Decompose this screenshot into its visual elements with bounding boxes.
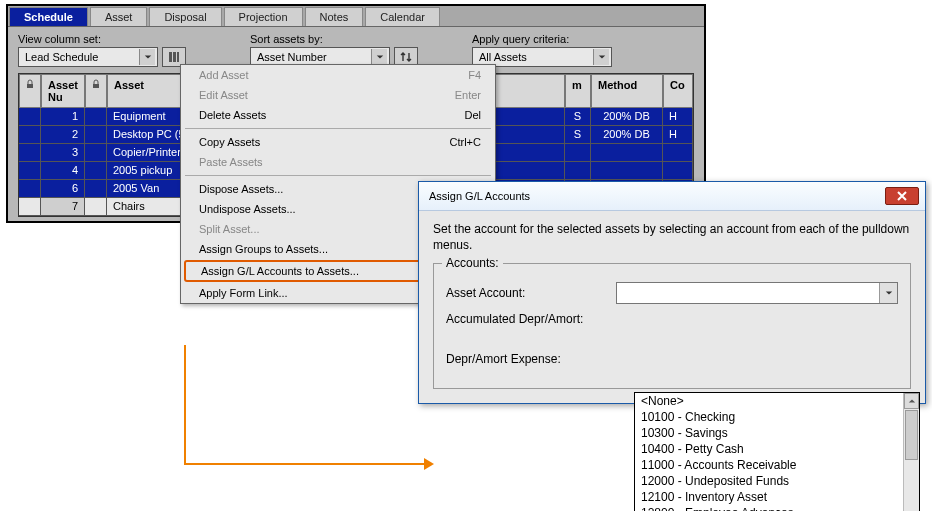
col-asset-number[interactable]: Asset Nu	[41, 74, 85, 108]
dialog-title: Assign G/L Accounts	[429, 190, 530, 202]
dropdown-option[interactable]: 12000 - Undeposited Funds	[635, 473, 919, 489]
asset-account-options: <None>10100 - Checking10300 - Savings104…	[634, 392, 920, 511]
tab-projection[interactable]: Projection	[224, 7, 303, 26]
dropdown-option[interactable]: <None>	[635, 393, 919, 409]
cell-s	[565, 144, 591, 162]
dropdown-option[interactable]: 10300 - Savings	[635, 425, 919, 441]
cell-asset-number: 3	[41, 144, 85, 162]
cell-method	[591, 144, 663, 162]
menu-item-label: Assign G/L Accounts to Assets...	[201, 265, 359, 277]
sort-value: Asset Number	[257, 51, 327, 63]
menu-item-label: Undispose Assets...	[199, 203, 296, 215]
accounts-legend: Accounts:	[442, 256, 503, 270]
chevron-down-icon	[879, 283, 897, 303]
view-column-value: Lead Schedule	[25, 51, 98, 63]
menu-item: Edit AssetEnter	[181, 85, 495, 105]
accounts-group: Accounts: Asset Account: Accumulated Dep…	[433, 263, 911, 389]
dropdown-option[interactable]: 10400 - Petty Cash	[635, 441, 919, 457]
chevron-down-icon	[139, 49, 155, 65]
svg-rect-2	[177, 52, 179, 62]
lock-header-icon	[85, 74, 107, 108]
dialog-description: Set the account for the selected assets …	[433, 221, 911, 253]
asset-account-dropdown[interactable]	[616, 282, 898, 304]
accum-depr-label: Accumulated Depr/Amort:	[446, 312, 616, 326]
svg-rect-0	[169, 52, 172, 62]
cell-asset-number: 1	[41, 108, 85, 126]
cell-s: S	[565, 126, 591, 144]
svg-rect-3	[27, 84, 33, 88]
assign-gl-dialog: Assign G/L Accounts Set the account for …	[418, 181, 926, 404]
tab-calendar[interactable]: Calendar	[365, 7, 440, 26]
cell-asset-number: 2	[41, 126, 85, 144]
dropdown-option[interactable]: 12800 - Employee Advances	[635, 505, 919, 511]
menu-item-label: Apply Form Link...	[199, 287, 288, 299]
view-column-label: View column set:	[18, 33, 186, 45]
depr-expense-label: Depr/Amort Expense:	[446, 352, 616, 366]
cell-s: S	[565, 108, 591, 126]
menu-item-shortcut: Del	[464, 109, 481, 121]
cell-h	[663, 162, 693, 180]
cell-h: H	[663, 126, 693, 144]
col-m[interactable]: m	[565, 74, 591, 108]
tab-disposal[interactable]: Disposal	[149, 7, 221, 26]
tab-strip: Schedule Asset Disposal Projection Notes…	[8, 6, 704, 27]
cell-asset-number: 7	[41, 198, 85, 216]
tab-schedule[interactable]: Schedule	[9, 7, 88, 26]
callout-arrow	[184, 345, 434, 467]
dropdown-option[interactable]: 10100 - Checking	[635, 409, 919, 425]
scrollbar[interactable]	[903, 393, 919, 511]
menu-item[interactable]: Delete AssetsDel	[181, 105, 495, 125]
cell-s	[565, 162, 591, 180]
menu-item-label: Paste Assets	[199, 156, 263, 168]
sort-label: Sort assets by:	[250, 33, 418, 45]
cell-method: 200% DB	[591, 108, 663, 126]
close-button[interactable]	[885, 187, 919, 205]
scroll-up-button[interactable]	[904, 393, 919, 409]
menu-item-shortcut: Enter	[455, 89, 481, 101]
menu-item-shortcut: Ctrl+C	[450, 136, 481, 148]
svg-rect-4	[93, 84, 99, 88]
cell-asset-number: 6	[41, 180, 85, 198]
query-value: All Assets	[479, 51, 527, 63]
col-method[interactable]: Method	[591, 74, 663, 108]
cell-method	[591, 162, 663, 180]
chevron-down-icon	[371, 49, 387, 65]
lock-header-icon	[19, 74, 41, 108]
menu-item[interactable]: Copy AssetsCtrl+C	[181, 132, 495, 152]
menu-item-label: Assign Groups to Assets...	[199, 243, 328, 255]
menu-item-label: Copy Assets	[199, 136, 260, 148]
cell-method: 200% DB	[591, 126, 663, 144]
menu-item-label: Delete Assets	[199, 109, 266, 121]
menu-item-label: Edit Asset	[199, 89, 248, 101]
cell-h: H	[663, 108, 693, 126]
query-label: Apply query criteria:	[472, 33, 612, 45]
cell-asset-number: 4	[41, 162, 85, 180]
col-co[interactable]: Co	[663, 74, 693, 108]
cell-h	[663, 144, 693, 162]
asset-account-label: Asset Account:	[446, 286, 616, 300]
menu-item: Paste Assets	[181, 152, 495, 172]
dropdown-option[interactable]: 11000 - Accounts Receivable	[635, 457, 919, 473]
menu-item-label: Dispose Assets...	[199, 183, 283, 195]
menu-item-shortcut: F4	[468, 69, 481, 81]
dropdown-option[interactable]: 12100 - Inventory Asset	[635, 489, 919, 505]
svg-rect-1	[173, 52, 176, 62]
menu-item: Add AssetF4	[181, 65, 495, 85]
menu-item-label: Add Asset	[199, 69, 249, 81]
tab-asset[interactable]: Asset	[90, 7, 148, 26]
tab-notes[interactable]: Notes	[305, 7, 364, 26]
view-column-dropdown[interactable]: Lead Schedule	[18, 47, 158, 67]
scroll-thumb[interactable]	[905, 410, 918, 460]
menu-item-label: Split Asset...	[199, 223, 260, 235]
chevron-down-icon	[593, 49, 609, 65]
